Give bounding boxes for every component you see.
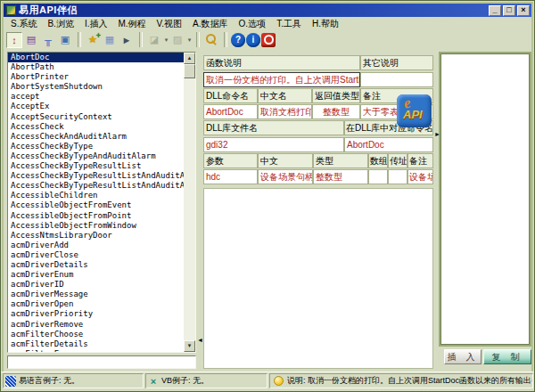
list-item[interactable]: AbortDoc	[8, 53, 184, 62]
vb-icon: ×	[148, 376, 159, 387]
list-item[interactable]: acmDriverMessage	[8, 290, 184, 299]
exit-icon[interactable]	[261, 33, 276, 47]
close-button[interactable]: ×	[517, 5, 530, 16]
param-col-remark: 备注	[407, 153, 433, 168]
toolbar-separator	[139, 32, 143, 47]
param-col-type: 类型	[313, 153, 368, 168]
menu-browse[interactable]: B.浏览	[42, 18, 78, 30]
list-item[interactable]: AbortSystemShutdown	[8, 82, 184, 92]
list-item[interactable]: accept	[8, 92, 184, 102]
menu-example[interactable]: M.例程	[112, 18, 151, 30]
list-item[interactable]: AbortPrinter	[8, 72, 184, 82]
list-item[interactable]: AccessibleObjectFromEvent	[8, 200, 184, 210]
toolbar-separator	[78, 32, 81, 47]
list-item[interactable]: AccessCheck	[8, 122, 184, 132]
list-item[interactable]: AccessibleObjectFromWindow	[8, 221, 184, 231]
vb-example-icon[interactable]: ▨	[169, 32, 185, 48]
desc-value-field[interactable]: 取消一份文档的打印。自上次调用StartDo	[203, 72, 360, 87]
status-vb-example: × VB例子: 无。	[145, 373, 268, 388]
param-val-byref	[388, 169, 407, 184]
help-icon[interactable]: ?	[231, 33, 245, 47]
chevron-down-icon[interactable]: ▾	[186, 37, 193, 44]
elang-example-icon[interactable]: ◪	[146, 32, 162, 48]
status-elang-text: 易语言例子: 无。	[19, 375, 79, 387]
list-item[interactable]: acmDriverPriority	[8, 309, 184, 319]
list-item[interactable]: acmDriverDetails	[8, 260, 184, 270]
menu-database[interactable]: A.数据库	[187, 18, 233, 30]
sort-icon[interactable]: ↕	[6, 32, 22, 48]
list-item[interactable]: acmDriverAdd	[8, 241, 184, 250]
list-item[interactable]: AbortPath	[8, 62, 184, 72]
param-val-cn: 设备场景句柄	[258, 169, 313, 184]
list-item[interactable]: acmDriverOpen	[8, 299, 184, 309]
menu-insert[interactable]: I.插入	[79, 18, 113, 30]
status-note-text: 说明: 取消一份文档的打印。自上次调用StartDoc函数以来的所有输出都会被取…	[287, 375, 533, 387]
param-col-byref: 传址	[388, 153, 407, 168]
menu-view[interactable]: V.视图	[152, 18, 188, 30]
window-title: 易用API伴侣	[19, 4, 78, 17]
search-icon[interactable]	[203, 32, 219, 48]
chevron-down-icon[interactable]: ▾	[163, 37, 169, 44]
val-dll-cmd: AbortDoc	[203, 104, 258, 119]
param-col-array: 数组	[368, 153, 388, 168]
scrollbar-thumb[interactable]	[184, 64, 195, 78]
list-scrollbar[interactable]: ▲ ▼	[184, 53, 195, 352]
val-dll-file: gdi32	[203, 137, 344, 152]
insert-button[interactable]: 插 入	[444, 349, 482, 364]
list-item[interactable]: AccessCheckAndAuditAlarm	[8, 132, 184, 142]
menu-help[interactable]: H.帮助	[307, 18, 344, 30]
list-item[interactable]: AccessCheckByTypeResultListAndAuditAlarm	[8, 171, 184, 181]
api-logo: e API	[397, 94, 432, 127]
scroll-up-icon[interactable]: ▲	[184, 53, 195, 64]
toolbar-separator	[196, 32, 200, 47]
toolbar-separator	[224, 32, 227, 47]
menu-bar: S.系统 B.浏览 I.插入 M.例程 V.视图 A.数据库 O.选项 T.工具…	[5, 18, 530, 30]
val-cn-name: 取消文档打印	[258, 104, 312, 119]
menu-system[interactable]: S.系统	[5, 18, 42, 30]
maximize-button[interactable]: □	[503, 5, 515, 16]
list-item[interactable]: AccessibleObjectFromPoint	[8, 211, 184, 221]
list-item[interactable]: acmFilterChoose	[8, 330, 184, 339]
col-dll-file: DLL库文件名	[203, 120, 344, 135]
splitter-collapse-left-icon[interactable]: ◄	[197, 337, 203, 343]
app-icon	[6, 5, 16, 15]
list-item[interactable]: acmFilterEnum	[8, 349, 184, 352]
list-item[interactable]: AccessCheckByTypeAndAuditAlarm	[8, 151, 184, 161]
copy-button[interactable]: 复 制	[483, 349, 531, 364]
list-item[interactable]: AccessNtmsLibraryDoor	[8, 231, 184, 241]
list-item[interactable]: AccessCheckByTypeResultList	[8, 161, 184, 171]
title-bar[interactable]: 易用API伴侣 _ □ ×	[4, 4, 531, 17]
logo-api: API	[403, 108, 423, 121]
list-item[interactable]: acmDriverID	[8, 280, 184, 290]
menu-options[interactable]: O.选项	[234, 18, 272, 30]
info-icon[interactable]: i	[246, 33, 260, 47]
book-icon[interactable]: ▤	[23, 32, 39, 48]
scroll-down-icon[interactable]: ▼	[184, 340, 195, 352]
col-cn-name: 中文名	[258, 88, 312, 103]
list-item[interactable]: AccessCheckByTypeResultListAndAuditAlarm…	[8, 181, 184, 191]
param-val-remark: 设备场	[407, 169, 433, 184]
list-item[interactable]: AcceptEx	[8, 102, 184, 111]
menu-tools[interactable]: T.工具	[271, 18, 307, 30]
minimize-button[interactable]: _	[489, 5, 501, 16]
elang-icon	[5, 376, 16, 387]
list-item[interactable]: AcceptSecurityContext	[8, 112, 184, 122]
list-item[interactable]: acmFilterDetails	[8, 339, 184, 349]
database-icon[interactable]: ▣	[57, 32, 73, 48]
list-item[interactable]: acmDriverEnum	[8, 270, 184, 280]
splitter-collapse-right-icon[interactable]: ►	[434, 131, 440, 137]
toolbar: ↕ ▤ ╥ ▣ ★ ▦ ► ◪ ▾ ▨ ▾ ? i	[6, 30, 530, 49]
favorite-add-icon[interactable]: ★	[85, 32, 101, 48]
list-item[interactable]: AccessCheckByType	[8, 142, 184, 151]
param-col-cn: 中文	[258, 153, 313, 168]
export-icon[interactable]: ►	[119, 32, 135, 48]
status-elang-example: 易语言例子: 无。	[3, 373, 144, 388]
param-val-type: 整数型	[313, 169, 368, 184]
app-window: 易用API伴侣 _ □ × S.系统 B.浏览 I.插入 M.例程 V.视图 A…	[0, 0, 535, 392]
copy-icon[interactable]: ▦	[102, 32, 118, 48]
list-filter-input[interactable]	[7, 355, 196, 369]
hierarchy-icon[interactable]: ╥	[40, 32, 56, 48]
list-item[interactable]: acmDriverRemove	[8, 320, 184, 330]
list-item[interactable]: acmDriverClose	[8, 250, 184, 260]
list-item[interactable]: AccessibleChildren	[8, 191, 184, 200]
